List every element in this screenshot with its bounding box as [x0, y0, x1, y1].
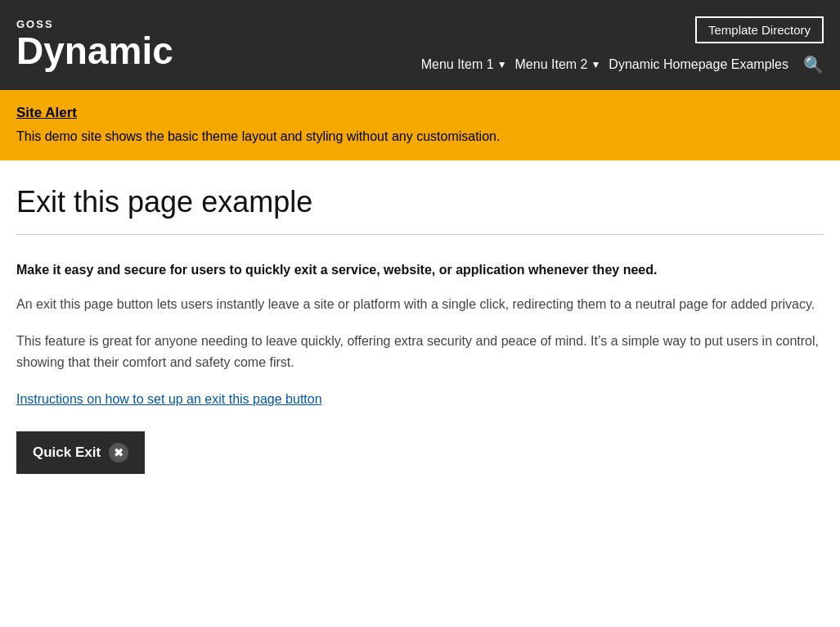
nav-item-menu2[interactable]: Menu Item 2 ▼: [515, 57, 601, 72]
quick-exit-label: Quick Exit: [33, 444, 101, 461]
site-alert-banner: Site Alert This demo site shows the basi…: [0, 90, 840, 160]
logo-goss: GOSS: [16, 18, 173, 30]
chevron-down-icon: ▼: [497, 59, 507, 70]
logo-dynamic: Dynamic: [16, 30, 173, 72]
site-header: GOSS Dynamic Template Directory Menu Ite…: [0, 0, 840, 90]
site-alert-title: Site Alert: [16, 105, 824, 121]
chevron-down-icon: ▼: [591, 59, 600, 70]
instructions-link[interactable]: Instructions on how to set up an exit th…: [16, 392, 322, 407]
page-title: Exit this page example: [16, 185, 824, 219]
search-icon[interactable]: 🔍: [803, 55, 824, 74]
nav-item-menu1[interactable]: Menu Item 1 ▼: [421, 57, 507, 72]
main-content: Exit this page example Make it easy and …: [0, 160, 840, 523]
template-directory-button[interactable]: Template Directory: [695, 16, 824, 43]
body-text-2: This feature is great for anyone needing…: [16, 331, 824, 372]
divider: [16, 234, 824, 235]
intro-bold-text: Make it easy and secure for users to qui…: [16, 259, 824, 281]
body-text-1: An exit this page button lets users inst…: [16, 294, 824, 315]
nav-item-homepage-label: Dynamic Homepage Examples: [609, 57, 788, 72]
nav-item-menu1-label: Menu Item 1: [421, 57, 494, 72]
logo-area: GOSS Dynamic: [16, 18, 173, 72]
quick-exit-icon: ✖: [109, 443, 128, 462]
header-right: Template Directory Menu Item 1 ▼ Menu It…: [421, 16, 824, 74]
site-alert-text: This demo site shows the basic theme lay…: [16, 129, 824, 144]
main-nav: Menu Item 1 ▼ Menu Item 2 ▼ Dynamic Home…: [421, 55, 824, 74]
quick-exit-button[interactable]: Quick Exit ✖: [16, 431, 145, 474]
nav-item-homepage-examples[interactable]: Dynamic Homepage Examples: [609, 57, 788, 72]
nav-item-menu2-label: Menu Item 2: [515, 57, 588, 72]
